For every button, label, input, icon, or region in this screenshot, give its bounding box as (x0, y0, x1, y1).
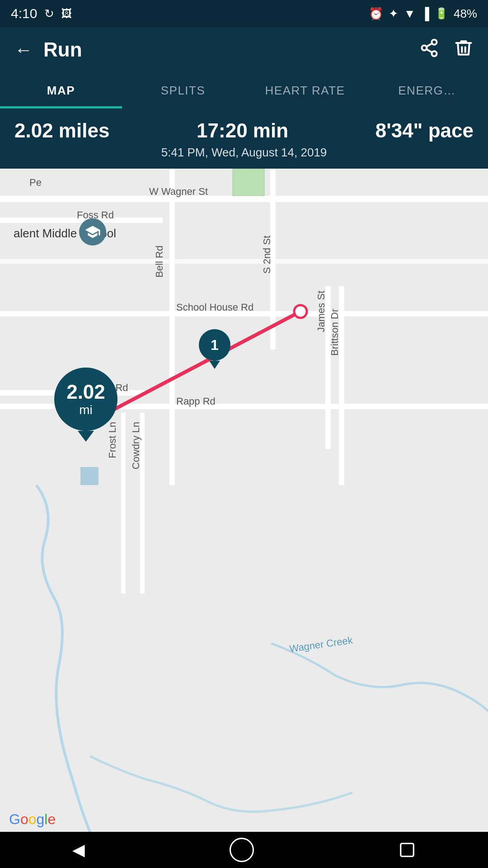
map-container[interactable]: W Wagner St Foss Rd School House Rd Bell… (0, 169, 488, 833)
stats-bar: 2.02 miles 17:20 min 8'34" pace 5:41 PM,… (0, 108, 488, 169)
label-w-wagner: W Wagner St (149, 186, 208, 198)
tab-map[interactable]: MAP (0, 72, 122, 108)
app-bar-right (419, 38, 474, 62)
svg-rect-16 (0, 259, 488, 264)
label-s2nd: S 2nd St (261, 236, 273, 274)
school-icon (79, 218, 106, 245)
nav-back-button[interactable]: ◀ (72, 840, 85, 859)
distance-marker: 2.02 mi (54, 368, 117, 442)
alarm-icon: ⏰ (369, 7, 383, 21)
battery-level: 48% (454, 7, 477, 21)
google-logo: Google (9, 811, 56, 828)
label-james: James St (315, 291, 327, 332)
svg-rect-5 (0, 196, 488, 202)
app-bar: ← Run (0, 27, 488, 72)
tab-splits[interactable]: SPLITS (122, 72, 244, 108)
status-right: ⏰ ✦ ▼ ▐ 🔋 48% (369, 7, 477, 21)
status-bar: 4:10 ↻ 🖼 ⏰ ✦ ▼ ▐ 🔋 48% (0, 0, 488, 27)
label-rapp: Rapp Rd (176, 396, 216, 407)
svg-line-4 (427, 43, 432, 46)
app-bar-left: ← Run (14, 38, 82, 61)
svg-rect-11 (169, 169, 175, 485)
battery-icon: 🔋 (435, 7, 448, 20)
sync-icon: ↻ (44, 7, 54, 21)
svg-rect-21 (401, 844, 414, 857)
label-bell: Bell Rd (154, 245, 165, 278)
back-button[interactable]: ← (14, 41, 33, 59)
stats-row: 2.02 miles 17:20 min 8'34" pace (14, 119, 474, 142)
app-title: Run (43, 38, 82, 61)
stat-duration: 17:20 min (197, 119, 288, 142)
bottom-nav: ◀ (0, 832, 488, 868)
nav-recents-button[interactable] (399, 841, 416, 859)
svg-point-20 (294, 305, 307, 318)
label-brittson: Brittson Dr (329, 309, 341, 356)
svg-line-3 (427, 49, 432, 52)
svg-rect-14 (121, 413, 126, 594)
svg-rect-18 (80, 467, 99, 485)
stat-distance: 2.02 miles (14, 119, 109, 142)
share-button[interactable] (419, 38, 439, 62)
signal-icon: ▐ (421, 7, 429, 21)
tab-energy[interactable]: ENERG… (366, 72, 488, 108)
status-left: 4:10 ↻ 🖼 (11, 6, 72, 21)
stat-pace: 8'34" pace (375, 119, 474, 142)
bluetooth-icon: ✦ (389, 7, 399, 21)
distance-marker-tail (78, 431, 94, 442)
map-svg (0, 169, 488, 833)
split-marker-tail (209, 361, 220, 369)
split-marker-1: 1 (197, 329, 233, 373)
label-cowdry: Cowdry Ln (130, 422, 142, 469)
tab-bar: MAP SPLITS HEART RATE ENERG… (0, 72, 488, 108)
image-icon: 🖼 (61, 7, 72, 20)
label-pe: Pe (29, 177, 42, 189)
nav-home-button[interactable] (230, 838, 254, 862)
delete-button[interactable] (454, 38, 474, 62)
svg-rect-17 (233, 169, 264, 196)
distance-marker-circle: 2.02 mi (54, 368, 117, 431)
stat-datetime: 5:41 PM, Wed, August 14, 2019 (14, 146, 474, 160)
label-school-house: School House Rd (176, 302, 253, 313)
split-marker-circle: 1 (199, 329, 230, 361)
time-display: 4:10 (11, 6, 37, 21)
wifi-icon: ▼ (404, 7, 416, 21)
tab-heart-rate[interactable]: HEART RATE (244, 72, 366, 108)
